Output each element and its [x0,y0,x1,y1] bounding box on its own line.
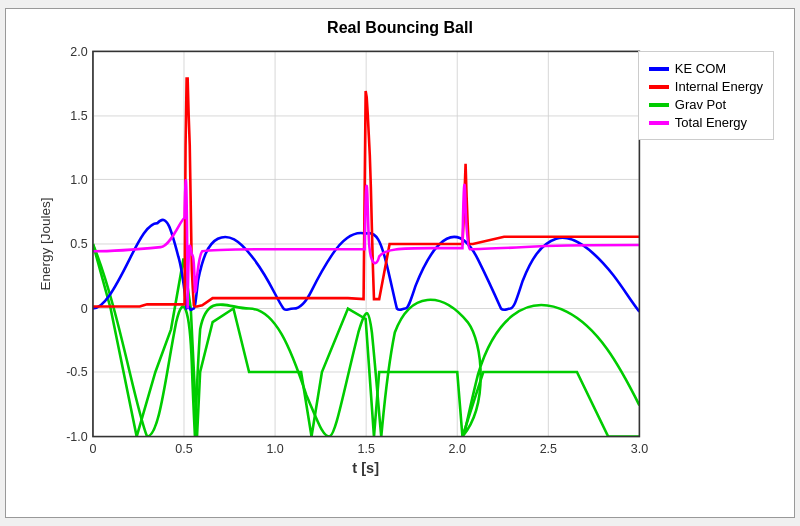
legend-label-ke-com: KE COM [675,61,726,76]
svg-text:-0.5: -0.5 [66,365,88,379]
svg-text:1.0: 1.0 [266,442,283,456]
svg-text:0.5: 0.5 [70,237,87,251]
legend-color-grav-pot [649,103,669,107]
y-axis-labels: -1.0 -0.5 0 0.5 1.0 1.5 2.0 [66,45,88,444]
chart-title: Real Bouncing Ball [16,19,784,37]
legend-label-total-energy: Total Energy [675,115,747,130]
legend-item-internal-energy: Internal Energy [649,79,763,94]
legend-color-internal-energy [649,85,669,89]
legend-color-total-energy [649,121,669,125]
svg-text:1.0: 1.0 [70,173,87,187]
svg-text:2.0: 2.0 [70,45,87,59]
svg-text:2.5: 2.5 [540,442,557,456]
legend-label-internal-energy: Internal Energy [675,79,763,94]
legend-color-ke-com [649,67,669,71]
chart-area: -1.0 -0.5 0 0.5 1.0 1.5 2.0 0 0.5 1.0 1.… [16,41,784,499]
legend-label-grav-pot: Grav Pot [675,97,726,112]
svg-text:0: 0 [89,442,96,456]
svg-text:3.0: 3.0 [631,442,648,456]
svg-text:1.5: 1.5 [357,442,374,456]
y-axis-title: Energy [Joules] [38,197,53,290]
chart-container: Real Bouncing Ball [5,8,795,518]
legend-item-total-energy: Total Energy [649,115,763,130]
svg-text:-1.0: -1.0 [66,430,88,444]
legend-item-ke-com: KE COM [649,61,763,76]
x-axis-title: t [s] [352,460,379,476]
svg-text:1.5: 1.5 [70,109,87,123]
x-axis-labels: 0 0.5 1.0 1.5 2.0 2.5 3.0 [89,442,648,456]
svg-text:0: 0 [81,302,88,316]
svg-text:0.5: 0.5 [175,442,192,456]
svg-text:2.0: 2.0 [449,442,466,456]
legend-item-grav-pot: Grav Pot [649,97,763,112]
chart-legend: KE COM Internal Energy Grav Pot Total En… [638,51,774,140]
